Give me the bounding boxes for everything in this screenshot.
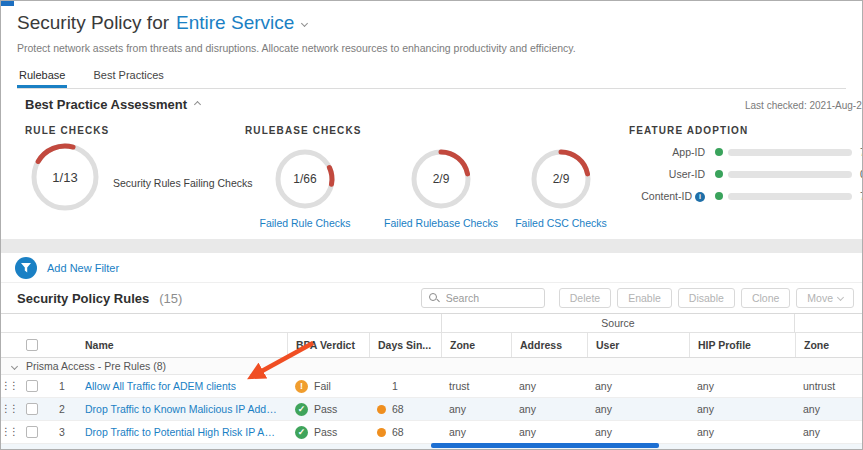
source-zone-cell: trust <box>441 375 511 397</box>
days-cell: 1 <box>369 375 441 397</box>
tab-best-practices[interactable]: Best Practices <box>91 63 165 88</box>
column-header-user[interactable]: User <box>587 333 689 357</box>
drag-handle-icon[interactable]: ⋮⋮ <box>1 444 17 450</box>
search-input[interactable] <box>421 288 545 308</box>
column-header-source-zone[interactable]: Zone <box>441 333 511 357</box>
content-id-progress-bar <box>728 193 852 200</box>
scope-selector[interactable]: Entire Service <box>176 11 294 35</box>
days-value: 68 <box>392 403 404 415</box>
rule-name-cell: Drop Traffic to Bulletproof hosting prov… <box>77 444 287 450</box>
progress-dot-icon <box>715 192 723 200</box>
verdict-label: Pass <box>314 426 337 438</box>
verdict-label: Pass <box>314 403 337 415</box>
column-header-bpa-verdict[interactable]: BPA Verdict <box>287 333 369 357</box>
user-cell: any <box>587 375 689 397</box>
delete-button[interactable]: Delete <box>559 288 611 308</box>
days-dot-icon <box>377 428 386 437</box>
failed-rule-checks-label[interactable]: Failed Rule Checks <box>235 217 375 229</box>
rule-number: 3 <box>47 421 77 443</box>
column-header-hip-profile[interactable]: HIP Profile <box>689 333 795 357</box>
drag-handle-icon[interactable]: ⋮⋮ <box>1 421 17 443</box>
drag-handle-icon[interactable]: ⋮⋮ <box>1 375 17 397</box>
source-group-header: Source <box>441 314 795 332</box>
column-header-row: Name BPA Verdict Days Sin... Zone Addres… <box>1 333 862 358</box>
progress-dot-icon <box>715 170 723 178</box>
select-all-checkbox[interactable] <box>26 339 38 351</box>
address-cell: any <box>511 398 587 420</box>
corner-artifact <box>1 1 14 6</box>
column-header-dest-zone[interactable]: Zone <box>795 333 863 357</box>
page-subtitle: Protect network assets from threats and … <box>17 41 846 55</box>
days-dot-icon <box>377 405 386 414</box>
row-checkbox[interactable] <box>26 426 38 438</box>
rules-header: Security Policy Rules (15) Delete Enable… <box>1 283 862 313</box>
horizontal-scrollbar[interactable] <box>431 443 659 448</box>
dest-zone-cell: any <box>795 398 863 420</box>
pass-icon: ✓ <box>295 403 308 416</box>
rule-checks-heading: RULE CHECKS <box>25 125 109 136</box>
failed-rule-checks-value: 1/66 <box>273 147 337 211</box>
table-row[interactable]: ⋮⋮ 1 Allow All Traffic for ADEM clients … <box>1 375 862 398</box>
group-spacer <box>795 314 863 332</box>
column-header-name[interactable]: Name <box>77 333 287 357</box>
app-id-value: 7.6 <box>860 146 862 158</box>
rule-name-link[interactable]: Drop Traffic to Potential High Risk IP A… <box>85 426 279 438</box>
rules-count: (15) <box>159 291 182 306</box>
rule-checks-gauge-value: 1/13 <box>29 141 101 213</box>
last-checked-label: Last checked: 2021-Aug-2 <box>745 100 862 111</box>
rule-name-link[interactable]: Allow All Traffic for ADEM clients <box>85 380 236 392</box>
rule-number: 4 <box>47 444 77 450</box>
add-new-filter-link[interactable]: Add New Filter <box>47 262 119 274</box>
address-cell: any <box>511 421 587 443</box>
address-cell: any <box>511 375 587 397</box>
section-chevron-down-icon[interactable] <box>11 362 18 369</box>
days-cell: 68 <box>369 421 441 443</box>
failed-rule-checks-gauge: 1/66 <box>273 147 337 211</box>
clone-button[interactable]: Clone <box>741 288 790 308</box>
header-handle-spacer <box>1 333 17 357</box>
column-header-days-since[interactable]: Days Sin... <box>369 333 441 357</box>
days-value: 1 <box>392 380 398 392</box>
failed-rulebase-checks-gauge: 2/9 <box>409 147 473 211</box>
days-value: 68 <box>392 426 404 438</box>
best-practice-assessment-panel: Best Practice Assessment Last checked: 2… <box>1 89 862 239</box>
section-divider-band <box>1 239 862 253</box>
drag-handle-icon[interactable]: ⋮⋮ <box>1 398 17 420</box>
user-cell: any <box>587 398 689 420</box>
row-checkbox[interactable] <box>26 380 38 392</box>
group-spacer <box>1 314 441 332</box>
tab-rulebase[interactable]: Rulebase <box>17 63 67 88</box>
rule-name-link[interactable]: Drop Traffic to Known Malicious IP Addre… <box>85 403 279 415</box>
user-id-value: 0 <box>860 168 862 180</box>
failed-rulebase-checks-label[interactable]: Failed Rulebase Checks <box>371 217 511 229</box>
table-row[interactable]: ⋮⋮ 3 Drop Traffic to Potential High Risk… <box>1 421 862 444</box>
scope-chevron-down-icon[interactable] <box>301 19 308 26</box>
move-button[interactable]: Move <box>796 288 854 308</box>
row-select-cell <box>17 398 47 420</box>
source-zone-cell: any <box>441 421 511 443</box>
rule-group-section-row[interactable]: Prisma Access - Pre Rules (8) <box>1 358 862 375</box>
move-chevron-down-icon <box>837 293 844 300</box>
bpa-verdict-cell: ✓Pass <box>287 444 369 450</box>
bpa-verdict-cell: ✓Pass <box>287 398 369 420</box>
column-group-row: Source <box>1 314 862 333</box>
page-header: Security Policy for Entire Service Prote… <box>1 1 862 89</box>
filter-icon[interactable] <box>15 257 37 279</box>
dest-zone-cell: any <box>795 421 863 443</box>
disable-button[interactable]: Disable <box>678 288 735 308</box>
feature-adoption-row: App-ID 7.6 <box>629 141 862 163</box>
table-row[interactable]: ⋮⋮ 2 Drop Traffic to Known Malicious IP … <box>1 398 862 421</box>
rules-title: Security Policy Rules <box>17 291 149 306</box>
row-select-cell <box>17 444 47 450</box>
info-icon[interactable]: i <box>695 192 705 202</box>
failed-csc-checks-label[interactable]: Failed CSC Checks <box>491 217 631 229</box>
collapse-chevron-up-icon[interactable] <box>194 101 201 108</box>
rule-name-cell: Drop Traffic to Known Malicious IP Addre… <box>77 398 287 420</box>
row-checkbox[interactable] <box>26 403 38 415</box>
header-number-spacer <box>47 333 77 357</box>
hip-profile-cell: any <box>689 421 795 443</box>
row-select-cell <box>17 375 47 397</box>
enable-button[interactable]: Enable <box>617 288 672 308</box>
feature-adoption-rows: App-ID 7.6 User-ID 0 Content-IDi 7. <box>629 141 862 207</box>
column-header-address[interactable]: Address <box>511 333 587 357</box>
